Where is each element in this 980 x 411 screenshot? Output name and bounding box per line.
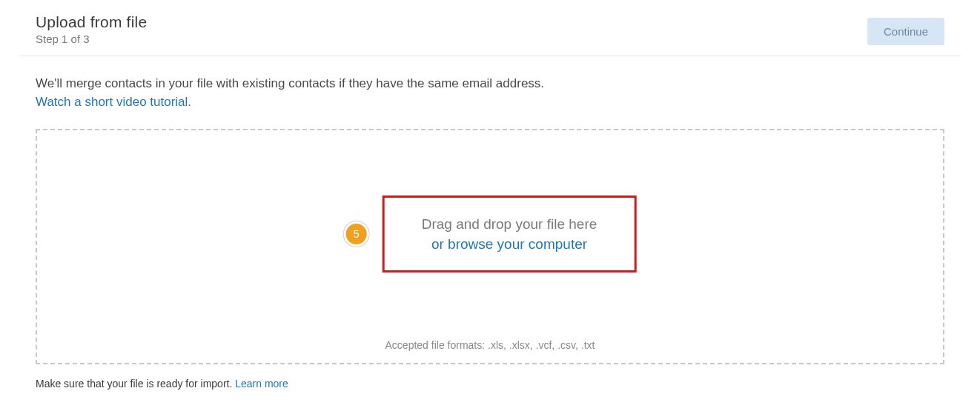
- video-tutorial-link[interactable]: Watch a short video tutorial.: [36, 95, 191, 110]
- accepted-formats-label: Accepted file formats: .xls, .xlsx, .vcf…: [37, 339, 943, 351]
- footer-note: Make sure that your file is ready for im…: [19, 364, 961, 390]
- info-block: We'll merge contacts in your file with e…: [19, 56, 961, 120]
- header: Upload from file Step 1 of 3 Continue: [19, 13, 961, 56]
- continue-button[interactable]: Continue: [867, 18, 944, 45]
- page-title: Upload from file: [36, 13, 147, 31]
- annotation-badge: 5: [344, 221, 369, 247]
- merge-description: We'll merge contacts in your file with e…: [36, 74, 944, 93]
- drop-target-highlight: Drag and drop your file here or browse y…: [383, 196, 637, 273]
- learn-more-link[interactable]: Learn more: [235, 378, 288, 390]
- footer-note-text: Make sure that your file is ready for im…: [36, 378, 235, 390]
- browse-computer-link[interactable]: or browse your computer: [422, 236, 597, 253]
- step-indicator: Step 1 of 3: [36, 33, 147, 45]
- drag-drop-label: Drag and drop your file here: [422, 214, 597, 235]
- file-dropzone[interactable]: 5 Drag and drop your file here or browse…: [36, 129, 944, 364]
